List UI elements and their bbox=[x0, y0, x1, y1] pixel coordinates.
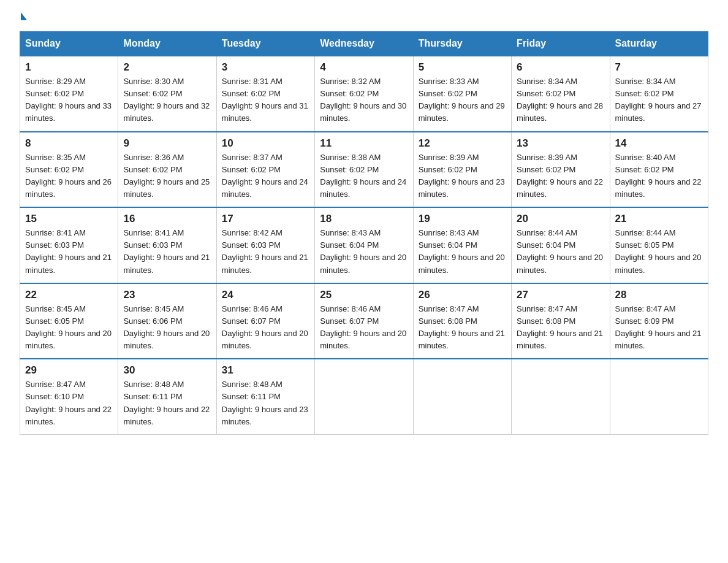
calendar-cell: 28 Sunrise: 8:47 AM Sunset: 6:09 PM Dayl… bbox=[610, 283, 708, 359]
calendar-cell: 30 Sunrise: 8:48 AM Sunset: 6:11 PM Dayl… bbox=[118, 359, 216, 434]
day-number: 24 bbox=[222, 289, 309, 301]
header-sunday: Sunday bbox=[20, 32, 118, 56]
day-number: 3 bbox=[222, 61, 309, 74]
day-number: 11 bbox=[320, 137, 408, 150]
week-row-5: 29 Sunrise: 8:47 AM Sunset: 6:10 PM Dayl… bbox=[20, 359, 708, 434]
calendar-cell: 15 Sunrise: 8:41 AM Sunset: 6:03 PM Dayl… bbox=[20, 207, 118, 283]
day-info: Sunrise: 8:30 AM Sunset: 6:02 PM Dayligh… bbox=[123, 75, 211, 125]
calendar-cell: 13 Sunrise: 8:39 AM Sunset: 6:02 PM Dayl… bbox=[512, 132, 610, 208]
day-info: Sunrise: 8:47 AM Sunset: 6:09 PM Dayligh… bbox=[615, 303, 703, 353]
day-number: 13 bbox=[517, 137, 604, 150]
day-info: Sunrise: 8:48 AM Sunset: 6:11 PM Dayligh… bbox=[222, 378, 309, 428]
day-info: Sunrise: 8:41 AM Sunset: 6:03 PM Dayligh… bbox=[123, 227, 211, 277]
header-friday: Friday bbox=[512, 32, 610, 56]
week-row-3: 15 Sunrise: 8:41 AM Sunset: 6:03 PM Dayl… bbox=[20, 207, 708, 283]
day-info: Sunrise: 8:29 AM Sunset: 6:02 PM Dayligh… bbox=[25, 75, 113, 125]
day-number: 10 bbox=[222, 137, 309, 150]
calendar-cell bbox=[413, 359, 511, 434]
calendar-cell: 6 Sunrise: 8:34 AM Sunset: 6:02 PM Dayli… bbox=[512, 56, 610, 132]
calendar-cell: 9 Sunrise: 8:36 AM Sunset: 6:02 PM Dayli… bbox=[118, 132, 216, 208]
day-info: Sunrise: 8:47 AM Sunset: 6:08 PM Dayligh… bbox=[517, 303, 604, 353]
logo bbox=[20, 15, 27, 20]
header-row: Sunday Monday Tuesday Wednesday Thursday… bbox=[20, 32, 708, 56]
day-number: 1 bbox=[25, 61, 113, 74]
day-number: 26 bbox=[419, 289, 506, 301]
day-info: Sunrise: 8:34 AM Sunset: 6:02 PM Dayligh… bbox=[517, 75, 604, 125]
day-number: 31 bbox=[222, 364, 309, 377]
day-number: 12 bbox=[419, 137, 506, 150]
calendar-cell: 23 Sunrise: 8:45 AM Sunset: 6:06 PM Dayl… bbox=[118, 283, 216, 359]
calendar-cell: 19 Sunrise: 8:43 AM Sunset: 6:04 PM Dayl… bbox=[413, 207, 511, 283]
day-number: 6 bbox=[517, 61, 604, 74]
day-number: 9 bbox=[123, 137, 211, 150]
header-wednesday: Wednesday bbox=[315, 32, 413, 56]
day-number: 15 bbox=[25, 213, 113, 225]
day-number: 23 bbox=[123, 289, 211, 301]
day-info: Sunrise: 8:43 AM Sunset: 6:04 PM Dayligh… bbox=[419, 227, 506, 277]
calendar-cell: 26 Sunrise: 8:47 AM Sunset: 6:08 PM Dayl… bbox=[413, 283, 511, 359]
day-number: 16 bbox=[123, 213, 211, 225]
calendar-cell: 22 Sunrise: 8:45 AM Sunset: 6:05 PM Dayl… bbox=[20, 283, 118, 359]
day-info: Sunrise: 8:46 AM Sunset: 6:07 PM Dayligh… bbox=[320, 303, 408, 353]
day-info: Sunrise: 8:39 AM Sunset: 6:02 PM Dayligh… bbox=[419, 151, 506, 201]
day-number: 25 bbox=[320, 289, 408, 301]
calendar-cell: 14 Sunrise: 8:40 AM Sunset: 6:02 PM Dayl… bbox=[610, 132, 708, 208]
day-info: Sunrise: 8:38 AM Sunset: 6:02 PM Dayligh… bbox=[320, 151, 408, 201]
day-info: Sunrise: 8:45 AM Sunset: 6:06 PM Dayligh… bbox=[123, 303, 211, 353]
day-number: 18 bbox=[320, 213, 408, 225]
week-row-1: 1 Sunrise: 8:29 AM Sunset: 6:02 PM Dayli… bbox=[20, 56, 708, 132]
calendar-cell: 16 Sunrise: 8:41 AM Sunset: 6:03 PM Dayl… bbox=[118, 207, 216, 283]
calendar-cell bbox=[610, 359, 708, 434]
calendar-cell: 3 Sunrise: 8:31 AM Sunset: 6:02 PM Dayli… bbox=[216, 56, 314, 132]
day-info: Sunrise: 8:48 AM Sunset: 6:11 PM Dayligh… bbox=[123, 378, 211, 428]
day-number: 19 bbox=[419, 213, 506, 225]
calendar-cell: 7 Sunrise: 8:34 AM Sunset: 6:02 PM Dayli… bbox=[610, 56, 708, 132]
logo-triangle-icon bbox=[21, 12, 27, 20]
day-number: 30 bbox=[123, 364, 211, 377]
day-number: 22 bbox=[25, 289, 113, 301]
day-info: Sunrise: 8:36 AM Sunset: 6:02 PM Dayligh… bbox=[123, 151, 211, 201]
day-info: Sunrise: 8:43 AM Sunset: 6:04 PM Dayligh… bbox=[320, 227, 408, 277]
header bbox=[20, 15, 708, 20]
day-info: Sunrise: 8:44 AM Sunset: 6:05 PM Dayligh… bbox=[615, 227, 703, 277]
calendar-cell: 11 Sunrise: 8:38 AM Sunset: 6:02 PM Dayl… bbox=[315, 132, 413, 208]
day-number: 5 bbox=[419, 61, 506, 74]
calendar-cell: 20 Sunrise: 8:44 AM Sunset: 6:04 PM Dayl… bbox=[512, 207, 610, 283]
header-saturday: Saturday bbox=[610, 32, 708, 56]
calendar-cell: 1 Sunrise: 8:29 AM Sunset: 6:02 PM Dayli… bbox=[20, 56, 118, 132]
day-number: 17 bbox=[222, 213, 309, 225]
day-number: 8 bbox=[25, 137, 113, 150]
day-info: Sunrise: 8:31 AM Sunset: 6:02 PM Dayligh… bbox=[222, 75, 309, 125]
week-row-2: 8 Sunrise: 8:35 AM Sunset: 6:02 PM Dayli… bbox=[20, 132, 708, 208]
day-info: Sunrise: 8:44 AM Sunset: 6:04 PM Dayligh… bbox=[517, 227, 604, 277]
day-info: Sunrise: 8:33 AM Sunset: 6:02 PM Dayligh… bbox=[419, 75, 506, 125]
day-number: 4 bbox=[320, 61, 408, 74]
day-info: Sunrise: 8:45 AM Sunset: 6:05 PM Dayligh… bbox=[25, 303, 113, 353]
day-number: 7 bbox=[615, 61, 703, 74]
header-monday: Monday bbox=[118, 32, 216, 56]
calendar-cell: 17 Sunrise: 8:42 AM Sunset: 6:03 PM Dayl… bbox=[216, 207, 314, 283]
day-info: Sunrise: 8:32 AM Sunset: 6:02 PM Dayligh… bbox=[320, 75, 408, 125]
day-number: 28 bbox=[615, 289, 703, 301]
day-info: Sunrise: 8:34 AM Sunset: 6:02 PM Dayligh… bbox=[615, 75, 703, 125]
day-info: Sunrise: 8:47 AM Sunset: 6:10 PM Dayligh… bbox=[25, 378, 113, 428]
day-info: Sunrise: 8:39 AM Sunset: 6:02 PM Dayligh… bbox=[517, 151, 604, 201]
day-info: Sunrise: 8:46 AM Sunset: 6:07 PM Dayligh… bbox=[222, 303, 309, 353]
calendar-cell bbox=[315, 359, 413, 434]
calendar-cell: 2 Sunrise: 8:30 AM Sunset: 6:02 PM Dayli… bbox=[118, 56, 216, 132]
calendar-cell: 25 Sunrise: 8:46 AM Sunset: 6:07 PM Dayl… bbox=[315, 283, 413, 359]
day-info: Sunrise: 8:41 AM Sunset: 6:03 PM Dayligh… bbox=[25, 227, 113, 277]
calendar-cell: 31 Sunrise: 8:48 AM Sunset: 6:11 PM Dayl… bbox=[216, 359, 314, 434]
day-number: 20 bbox=[517, 213, 604, 225]
day-number: 29 bbox=[25, 364, 113, 377]
day-number: 14 bbox=[615, 137, 703, 150]
calendar-cell: 29 Sunrise: 8:47 AM Sunset: 6:10 PM Dayl… bbox=[20, 359, 118, 434]
calendar-cell: 18 Sunrise: 8:43 AM Sunset: 6:04 PM Dayl… bbox=[315, 207, 413, 283]
day-info: Sunrise: 8:35 AM Sunset: 6:02 PM Dayligh… bbox=[25, 151, 113, 201]
day-info: Sunrise: 8:47 AM Sunset: 6:08 PM Dayligh… bbox=[419, 303, 506, 353]
day-number: 27 bbox=[517, 289, 604, 301]
logo-blue-part bbox=[20, 15, 27, 20]
header-tuesday: Tuesday bbox=[216, 32, 314, 56]
day-info: Sunrise: 8:37 AM Sunset: 6:02 PM Dayligh… bbox=[222, 151, 309, 201]
day-info: Sunrise: 8:42 AM Sunset: 6:03 PM Dayligh… bbox=[222, 227, 309, 277]
